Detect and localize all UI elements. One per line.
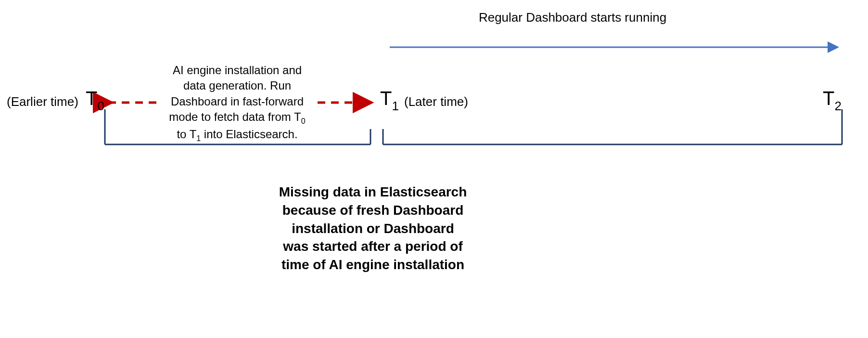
t1-main: T <box>380 88 392 109</box>
center-caption: AI engine installation and data generati… <box>159 63 316 143</box>
center-caption-line5c: into Elasticsearch. <box>201 128 297 141</box>
timepoint-t2: T2 <box>823 88 842 113</box>
center-caption-line5b: 1 <box>196 134 201 142</box>
later-time-label: (Later time) <box>404 94 468 109</box>
bottom-caption: Missing data in Elasticsearch because of… <box>269 183 476 274</box>
bottom-caption-line5: time of AI engine installation <box>281 257 464 272</box>
timeline-segment-right <box>383 109 842 144</box>
t2-main: T <box>823 88 834 109</box>
bottom-caption-line2: because of fresh Dashboard <box>282 203 464 218</box>
center-caption-line3: Dashboard in fast-forward <box>171 95 304 108</box>
bottom-caption-line3: installation or Dashboard <box>292 221 454 236</box>
timepoint-t0: T0 <box>86 88 104 113</box>
diagram-canvas: (Earlier time) T0 T1 (Later time) T2 Reg… <box>0 0 868 338</box>
t2-sub: 2 <box>834 99 841 113</box>
top-caption: Regular Dashboard starts running <box>472 10 674 26</box>
t0-main: T <box>86 88 97 109</box>
diagram-lines-layer <box>0 0 868 338</box>
earlier-time-label: (Earlier time) <box>7 94 78 109</box>
t0-sub: 0 <box>97 99 104 113</box>
center-caption-line4a: mode to fetch data from T <box>169 110 301 123</box>
bottom-caption-line4: was started after a period of <box>283 239 462 254</box>
center-caption-line5a: to T <box>177 128 196 141</box>
center-caption-line2: data generation. Run <box>183 79 291 92</box>
timepoint-t1: T1 <box>380 88 399 113</box>
center-caption-line1: AI engine installation and <box>173 64 302 77</box>
bottom-caption-line1: Missing data in Elasticsearch <box>279 184 467 199</box>
center-caption-line4b: 0 <box>301 117 306 125</box>
t1-sub: 1 <box>392 99 398 113</box>
